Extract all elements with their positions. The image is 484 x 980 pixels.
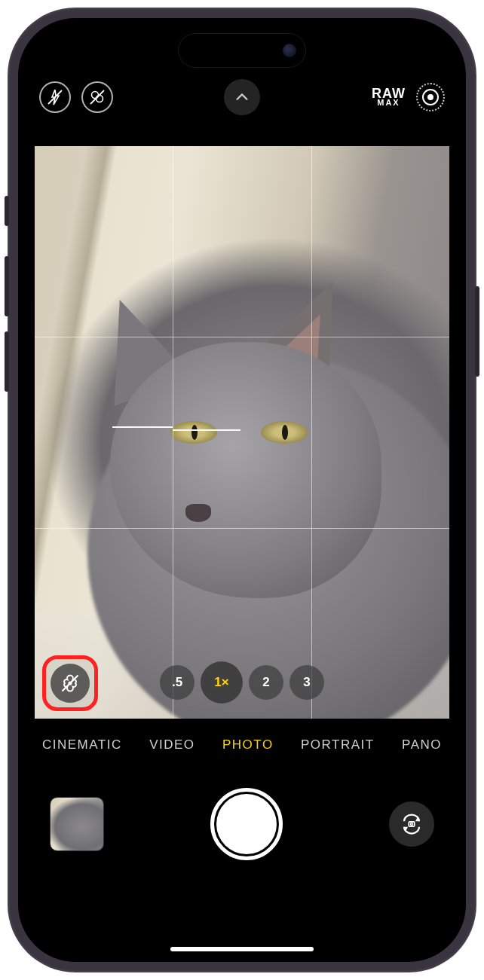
mode-pano[interactable]: PANO: [402, 737, 442, 753]
last-photo-thumbnail[interactable]: [50, 797, 104, 851]
camera-flip-button[interactable]: [389, 801, 434, 847]
front-camera-icon: [283, 44, 296, 57]
raw-toggle-button[interactable]: RAW MAX: [372, 88, 406, 107]
screen: RAW MAX: [18, 18, 466, 962]
svg-point-2: [96, 96, 103, 102]
chevron-up-icon: [234, 89, 250, 105]
mode-photo[interactable]: PHOTO: [222, 737, 274, 753]
macro-flower-off-icon: [60, 673, 81, 694]
volume-down-button[interactable]: [5, 331, 9, 392]
zoom-level-0-5x[interactable]: .5: [160, 665, 195, 700]
zoom-level-2x[interactable]: 2: [249, 665, 283, 700]
side-button[interactable]: [475, 286, 479, 377]
camera-settings-expand-button[interactable]: [224, 79, 260, 115]
camera-flip-icon: [400, 813, 423, 835]
flash-off-button[interactable]: [39, 81, 71, 113]
shutter-button[interactable]: [210, 788, 283, 860]
night-mode-off-button[interactable]: [81, 81, 113, 113]
live-photo-icon: [422, 89, 439, 105]
iphone-frame: RAW MAX: [8, 8, 476, 972]
macro-mode-button[interactable]: [51, 664, 90, 703]
flash-off-icon: [46, 88, 64, 106]
camera-mode-selector[interactable]: CINEMATIC VIDEO PHOTO PORTRAIT PANO: [18, 737, 466, 753]
shutter-icon: [216, 794, 277, 854]
camera-top-toolbar: RAW MAX: [18, 77, 466, 118]
mode-portrait[interactable]: PORTRAIT: [301, 737, 375, 753]
dynamic-island[interactable]: [178, 33, 306, 68]
volume-up-button[interactable]: [5, 256, 9, 316]
camera-viewfinder[interactable]: .5 1× 2 3: [35, 146, 449, 719]
home-indicator[interactable]: [170, 947, 314, 951]
viewfinder-preview: [35, 146, 449, 719]
mode-cinematic[interactable]: CINEMATIC: [42, 737, 122, 753]
zoom-level-1x[interactable]: 1×: [201, 661, 243, 704]
camera-bottom-toolbar: [18, 779, 466, 869]
mode-video[interactable]: VIDEO: [149, 737, 195, 753]
zoom-level-3x[interactable]: 3: [289, 665, 324, 700]
shared-library-off-icon: [88, 88, 106, 106]
annotation-highlight-box: [42, 655, 98, 711]
silence-switch[interactable]: [5, 196, 9, 226]
svg-point-7: [411, 823, 413, 826]
live-photo-button[interactable]: [416, 83, 445, 111]
